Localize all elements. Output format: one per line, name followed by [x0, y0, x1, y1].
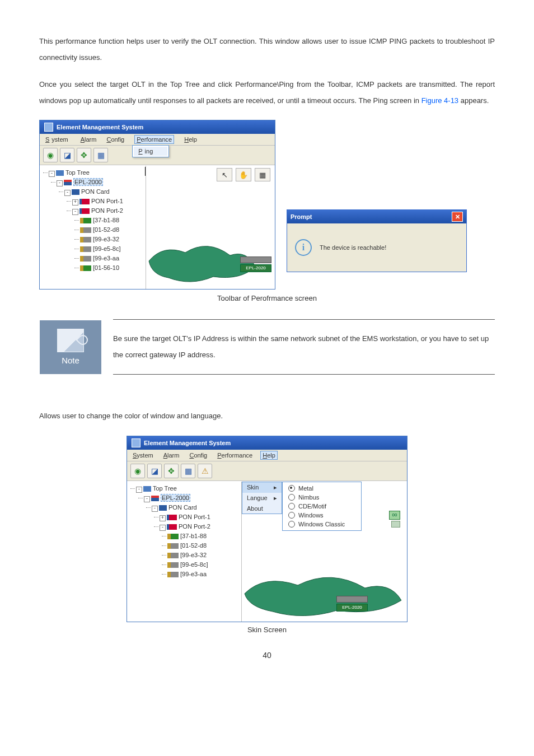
expander-icon[interactable]: +	[72, 199, 78, 206]
help-dropdown: Skin▸ Langue▸ About	[242, 482, 282, 514]
paragraph-2: Once you select the target OLT in the To…	[39, 77, 495, 109]
menu-item-skin[interactable]: Skin▸	[242, 482, 282, 493]
menubar: System Alarm Config Performance Ping Hel…	[40, 134, 275, 146]
device-box: EPL-2020	[336, 596, 368, 612]
tree-onu[interactable]: [99-e3-32	[93, 236, 119, 242]
menu-performance[interactable]: Performance	[134, 135, 174, 144]
skin-option-cde[interactable]: CDE/Motif	[283, 502, 361, 511]
app-icon	[44, 123, 53, 132]
tree-card[interactable]: PON Card	[81, 188, 110, 195]
toolbar-btn-3[interactable]: ✥	[164, 464, 179, 478]
tree-onu[interactable]: [01-52-d8	[180, 542, 207, 549]
tree-port2[interactable]: PON Port-2	[179, 523, 210, 530]
menu-alarm[interactable]: Alarm	[161, 451, 182, 460]
toolbar-btn-2[interactable]: ◪	[60, 148, 74, 162]
onu-icon	[167, 534, 179, 539]
tree-onu[interactable]: [99-e5-8c]	[93, 245, 121, 252]
prompt-dialog: Prompt ✕ i The device is reachable!	[287, 209, 467, 272]
tree-onu[interactable]: [99-e5-8c]	[180, 561, 208, 568]
tree-onu[interactable]: [37-b1-88	[180, 533, 207, 539]
menu-performance[interactable]: Performance	[215, 451, 255, 460]
toolbar: ◉ ◪ ✥ ▦ ⚠	[127, 461, 407, 481]
canvas-tool-hand[interactable]: ✋	[236, 168, 251, 181]
menu-alarm[interactable]: Alarm	[78, 135, 99, 144]
port-icon	[167, 515, 177, 520]
tree-onu[interactable]: [99-e3-aa	[93, 255, 119, 262]
note-label: Note	[62, 356, 79, 365]
caption-skin: Skin Screen	[39, 626, 495, 634]
expander-icon[interactable]: -	[49, 171, 55, 177]
skin-option-classic[interactable]: Windows Classic	[283, 520, 361, 529]
expander-icon[interactable]: -	[152, 506, 158, 512]
skin-option-nimbus[interactable]: Nimbus	[283, 493, 361, 502]
toolbar-btn-4[interactable]: ▦	[93, 148, 108, 162]
menu-config[interactable]: Config	[104, 135, 127, 144]
close-icon[interactable]: ✕	[452, 212, 463, 222]
expander-icon[interactable]: +	[160, 515, 166, 521]
menu-item-about[interactable]: About	[242, 503, 282, 514]
canvas-tool-pointer[interactable]: ↖	[217, 168, 232, 181]
p2-text-b: appears.	[458, 96, 489, 105]
onu-icon	[80, 237, 91, 242]
canvas-panel: ↖ ✋ ▦ EPL-2020	[146, 166, 275, 289]
port-icon	[79, 208, 90, 214]
port-icon	[167, 524, 177, 530]
menu-item-langue[interactable]: Langue▸	[242, 493, 282, 503]
badge-small	[391, 521, 400, 528]
toolbar-btn-4[interactable]: ▦	[181, 464, 195, 478]
tree-onu[interactable]: [99-e3-aa	[180, 571, 207, 577]
radio-icon	[288, 503, 295, 510]
canvas-tool-grid[interactable]: ▦	[255, 168, 270, 181]
window-title: Element Management System	[57, 124, 143, 130]
tree-onu[interactable]: [99-e3-32	[180, 552, 207, 558]
expander-icon[interactable]: -	[136, 487, 142, 493]
radio-icon	[288, 485, 295, 492]
tree-onu[interactable]: [01-56-10	[93, 264, 119, 271]
menu-help[interactable]: Help	[182, 135, 199, 144]
note-text: Be sure the target OLT's IP Address is w…	[113, 320, 495, 375]
onu-icon	[167, 543, 179, 549]
tree-root[interactable]: Top Tree	[65, 169, 90, 176]
tree-panel: ping -Top Tree -EPL-2000 -PON Card +PON …	[40, 166, 146, 289]
radio-icon	[288, 521, 295, 528]
tree-epl[interactable]: EPL-2000	[73, 178, 103, 186]
onu-icon	[167, 572, 179, 577]
tree-onu[interactable]: [37-b1-88	[93, 217, 119, 223]
tree-root[interactable]: Top Tree	[153, 485, 177, 492]
menu-item-ping[interactable]: Ping	[134, 147, 167, 156]
skin-option-metal[interactable]: Metal	[283, 484, 361, 493]
toolbar-btn-1[interactable]: ◉	[43, 148, 58, 162]
toolbar-btn-1[interactable]: ◉	[130, 464, 145, 478]
window-titlebar: Element Management System	[127, 436, 407, 450]
tree-card[interactable]: PON Card	[168, 504, 197, 511]
expander-icon[interactable]: -	[57, 180, 63, 186]
toolbar-btn-warn[interactable]: ⚠	[198, 464, 212, 478]
skin-option-windows[interactable]: Windows	[283, 511, 361, 520]
toolbar-btn-3[interactable]: ✥	[77, 148, 91, 162]
device-label: EPL-2020	[240, 264, 271, 272]
expander-icon[interactable]: -	[160, 525, 166, 531]
tree-port1[interactable]: PON Port-1	[179, 514, 210, 520]
ems-window-screenshot: Element Management System System Alarm C…	[39, 120, 275, 290]
menu-system[interactable]: System	[43, 135, 73, 144]
badge-00: 00	[389, 511, 400, 520]
menubar: System Alarm Config Performance Help	[127, 450, 407, 461]
menu-help[interactable]: Help	[260, 451, 278, 460]
menu-system[interactable]: System	[130, 451, 156, 460]
tree-port2[interactable]: PON Port-2	[91, 207, 123, 214]
tree-onu[interactable]: [01-52-d8	[93, 226, 119, 233]
ems-window-skin-screenshot: Element Management System System Alarm C…	[127, 436, 407, 622]
expander-icon[interactable]: -	[64, 190, 71, 196]
expander-icon[interactable]: -	[72, 209, 78, 215]
figure-link[interactable]: Figure 4-13	[421, 96, 458, 105]
tree-port1[interactable]: PON Port-1	[91, 198, 123, 204]
tree-epl[interactable]: EPL-2000	[161, 494, 190, 502]
toolbar-btn-2[interactable]: ◪	[147, 464, 162, 478]
radio-icon	[288, 494, 295, 501]
port-icon	[79, 199, 90, 204]
expander-icon[interactable]: -	[144, 496, 150, 502]
onu-icon	[80, 246, 91, 252]
menu-config[interactable]: Config	[187, 451, 209, 460]
submenu-arrow-icon: ▸	[274, 494, 277, 502]
prompt-message: The device is reachable!	[320, 244, 386, 251]
